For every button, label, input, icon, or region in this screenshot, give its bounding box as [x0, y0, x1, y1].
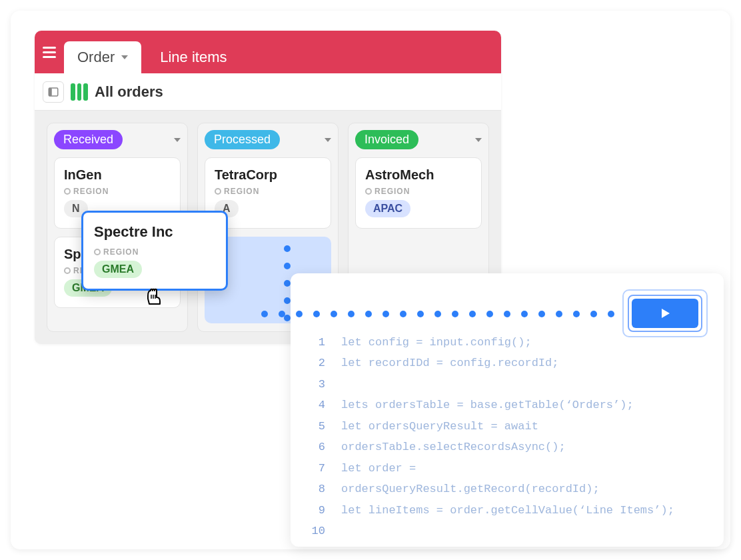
- sidebar-toggle-button[interactable]: [43, 81, 64, 103]
- code-line: 7let order =: [305, 458, 709, 479]
- code-line: 3: [305, 374, 709, 395]
- tab-strip: Order Line items: [35, 31, 501, 73]
- grab-cursor-icon: [143, 284, 167, 308]
- code-editor[interactable]: 1let config = input.config();2let record…: [305, 332, 709, 541]
- code-line: 8ordersQueryResult.getRecord(recordId);: [305, 479, 709, 499]
- card-title: Spectre Inc: [94, 223, 215, 241]
- region-tag: APAC: [365, 200, 410, 217]
- kanban-icon: [71, 83, 88, 101]
- chevron-down-icon: [121, 55, 128, 59]
- play-icon: [658, 307, 672, 320]
- code-line: 9let lineItems = order.getCellValue(‘Lin…: [305, 500, 709, 521]
- field-label: REGION: [215, 187, 321, 196]
- card-title: TetraCorp: [215, 167, 321, 183]
- svg-rect-1: [49, 88, 52, 96]
- region-tag: GMEA: [94, 261, 142, 278]
- view-bar: All orders: [35, 73, 501, 111]
- card-title: AstroMech: [365, 167, 472, 183]
- panel-icon: [47, 86, 59, 98]
- column-header: Invoiced: [355, 130, 418, 149]
- code-line: 4lets ordersTable = base.getTable(‘Order…: [305, 395, 709, 415]
- column-header: Received: [54, 130, 123, 149]
- menu-icon[interactable]: [40, 43, 59, 61]
- dragged-card[interactable]: Spectre Inc REGION GMEA: [81, 211, 228, 291]
- connector-dots: [261, 311, 614, 317]
- field-icon: [215, 188, 221, 195]
- chevron-down-icon[interactable]: [174, 138, 181, 142]
- chevron-down-icon[interactable]: [325, 138, 331, 142]
- card-astromech[interactable]: AstroMech REGION APAC: [355, 157, 482, 229]
- field-icon: [94, 249, 101, 255]
- column-header: Processed: [205, 130, 280, 149]
- card-title: InGen: [64, 167, 171, 183]
- tab-label: Line items: [160, 49, 227, 66]
- tab-label: Order: [77, 49, 115, 66]
- field-icon: [64, 267, 71, 274]
- code-line: 5let ordersQueryResult = await: [305, 416, 709, 437]
- view-title: All orders: [95, 83, 163, 101]
- run-button-focus-ring: [622, 289, 708, 337]
- code-line: 10: [305, 521, 709, 541]
- tab-order[interactable]: Order: [64, 41, 141, 73]
- field-icon: [64, 188, 71, 195]
- code-line: 6ordersTable.selectRecordsAsync();: [305, 437, 709, 457]
- chevron-down-icon[interactable]: [475, 138, 482, 142]
- connector-dots: [284, 245, 291, 321]
- field-label: REGION: [365, 187, 472, 196]
- tab-line-items[interactable]: Line items: [147, 41, 240, 73]
- run-button[interactable]: [632, 299, 698, 328]
- field-icon: [365, 188, 372, 195]
- code-line: 2let recordIDd = config.recordId;: [305, 353, 709, 373]
- field-label: REGION: [64, 187, 171, 196]
- field-label: REGION: [94, 247, 215, 257]
